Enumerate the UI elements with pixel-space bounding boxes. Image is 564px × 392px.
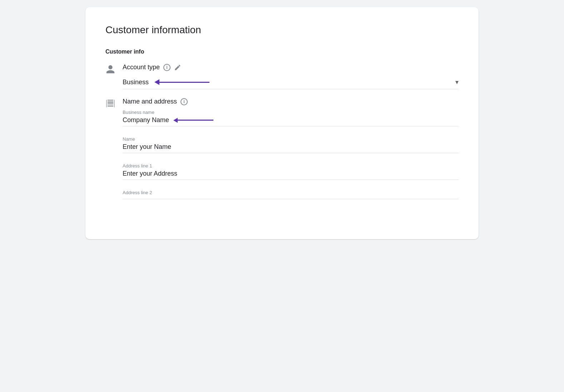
name-label: Name <box>123 136 459 142</box>
account-type-arrow-annotation <box>154 79 209 85</box>
account-type-dropdown[interactable]: Business ▾ <box>123 75 459 89</box>
address-line-1-value-row[interactable]: Enter your Address <box>123 170 459 180</box>
business-name-arrow-head <box>173 118 178 123</box>
dropdown-selected-value: Business <box>123 79 149 86</box>
name-and-address-info-icon[interactable]: i <box>180 98 188 105</box>
address-line-1-field: Address line 1 Enter your Address <box>123 163 459 180</box>
person-icon <box>105 64 123 74</box>
dropdown-chevron-icon: ▾ <box>455 78 459 86</box>
account-type-label: Account type <box>123 64 160 71</box>
account-type-info-icon[interactable]: i <box>163 64 170 71</box>
name-and-address-label: Name and address <box>123 98 177 105</box>
page-title: Customer information <box>105 24 459 36</box>
address-line-1-value: Enter your Address <box>123 170 177 177</box>
name-value-row[interactable]: Enter your Name <box>123 143 459 153</box>
dropdown-value-row[interactable]: Business ▾ <box>123 75 459 89</box>
name-field: Name Enter your Name <box>123 136 459 153</box>
business-name-value-row[interactable]: Company Name <box>123 116 459 126</box>
account-type-header: Account type i <box>123 64 459 71</box>
address-line-2-label: Address line 2 <box>123 190 459 195</box>
business-name-label: Business name <box>123 110 459 115</box>
account-type-content: Account type i Business <box>123 64 459 89</box>
customer-info-section: Customer info Account type i <box>105 49 459 209</box>
name-and-address-row: Name and address i Business name Company… <box>105 98 459 209</box>
address-line-2-field: Address line 2 <box>123 190 459 199</box>
arrow-head <box>154 79 159 85</box>
name-and-address-header: Name and address i <box>123 98 459 105</box>
account-type-edit-icon[interactable] <box>174 64 181 71</box>
building-icon <box>105 98 123 109</box>
address-line-2-value-row[interactable] <box>123 197 459 199</box>
address-line-1-label: Address line 1 <box>123 163 459 169</box>
arrow-line <box>159 82 209 83</box>
business-name-arrow-line <box>178 120 213 121</box>
dropdown-value-with-arrow: Business <box>123 79 209 86</box>
account-type-row: Account type i Business <box>105 64 459 89</box>
name-value: Enter your Name <box>123 143 171 151</box>
business-name-field: Business name Company Name <box>123 110 459 126</box>
business-name-arrow-annotation <box>173 118 213 123</box>
name-and-address-content: Name and address i Business name Company… <box>123 98 459 209</box>
business-name-value: Company Name <box>123 116 169 124</box>
section-title: Customer info <box>105 49 459 55</box>
customer-information-card: Customer information Customer info Accou… <box>85 7 479 239</box>
